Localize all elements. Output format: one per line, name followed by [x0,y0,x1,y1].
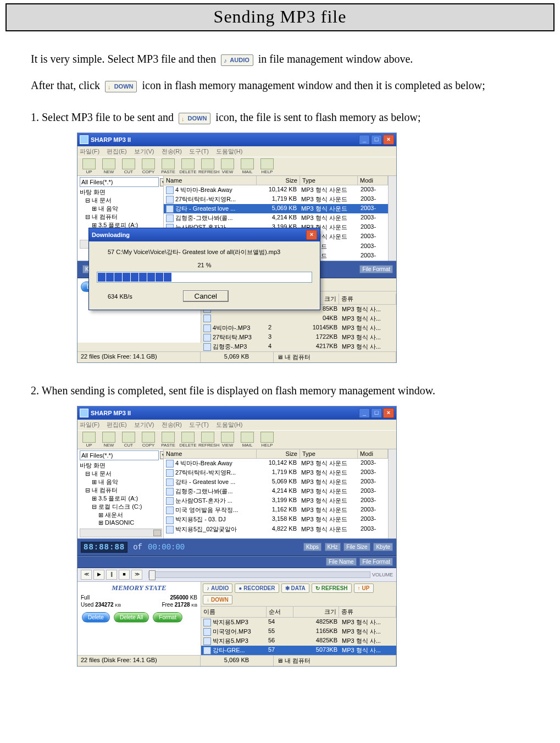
menu-item[interactable]: 전송(R) [162,421,182,428]
tree-node[interactable]: ⊟ 내 문서 [80,470,162,478]
memory-row[interactable]: 강타-GRE...575073KBMP3 형식 사... [201,646,396,655]
volume-slider[interactable] [148,571,370,578]
file-row[interactable]: 박지용5집 - 03. DJ3,158 KBMP3 형식 사운드2003- [164,515,388,524]
mh-name[interactable]: 이름 [201,607,267,617]
menu-item[interactable]: 보기(V) [134,421,154,428]
maximize-button[interactable]: □ [371,135,382,145]
tree-node[interactable]: ⊞ 새운서 [80,511,162,519]
memory-row[interactable]: 김형중-.MP344217KBMP3 형식 사... [201,342,396,351]
toolbar-view[interactable]: VIEW [218,158,237,174]
toolbar-refresh[interactable]: REFRESH [198,158,217,174]
file-filter-input[interactable] [80,177,159,187]
col-name[interactable]: Name [164,176,257,185]
menu-item[interactable]: 편집(E) [107,421,127,428]
tree-node[interactable]: 바탕 화면 [80,461,162,470]
toolbar-mail[interactable]: MAIL [238,432,257,448]
transport-pause[interactable]: ‖ [106,570,117,580]
dialog-close-button[interactable]: × [306,230,317,240]
menu-item[interactable]: 보기(V) [134,148,154,155]
refresh-button[interactable]: ↻ REFRESH [312,584,352,593]
mh-ord[interactable]: 순서 [267,607,293,617]
memory-row[interactable]: 박지용5.MP3544825KBMP3 형식 사... [201,618,396,627]
file-row[interactable]: 4 빅마마-Break Away10,142 KBMP3 형식 사운드2003- [164,185,388,195]
col-mod[interactable]: Modi [358,176,388,185]
toolbar-copy[interactable]: COPY [139,432,158,448]
toolbar-new[interactable]: NEW [99,158,118,174]
memory-row[interactable]: 27탁터탁.MP331722KBMP3 형식 사... [201,333,396,342]
toolbar-paste[interactable]: PASTE [159,158,178,174]
toolbar-up[interactable]: UP [80,432,98,448]
maximize-button[interactable]: □ [371,408,382,418]
toolbar-copy[interactable]: COPY [139,158,158,174]
cancel-button[interactable]: Cancel [183,290,229,302]
up-button[interactable]: ↑ UP [354,584,374,593]
transport-prev[interactable]: ≪ [81,570,92,580]
minimize-button[interactable]: _ [359,408,370,418]
file-filter-input[interactable] [80,450,159,460]
toolbar-help[interactable]: HELP [258,158,276,174]
filelist-scrollbar[interactable] [388,176,396,261]
transport-stop[interactable]: ■ [119,570,130,580]
file-row[interactable]: 박지용5집_02얄궂알아4,822 KBMP3 형식 사운드2003- [164,525,388,534]
transport-play[interactable]: ▶ [93,570,104,580]
col-type[interactable]: Type [300,449,358,458]
minimize-button[interactable]: _ [359,135,370,145]
filter-dropdown-button[interactable]: ▾ [160,451,164,459]
menu-item[interactable]: 편집(E) [107,148,127,155]
toolbar-new[interactable]: NEW [99,432,118,448]
file-row[interactable]: 27탁터탁터-박지영R...1,719 KBMP3 형식 사운드2003- [164,468,388,477]
tree-node[interactable]: ⊞ 내 음악 [80,478,162,486]
down-button[interactable]: ↓ DOWN [203,595,232,604]
menu-item[interactable]: 도움말(H) [216,421,242,428]
file-row[interactable]: 강타 - Greatest love ...5,069 KBMP3 형식 사운드… [164,204,388,213]
tree-node[interactable]: ⊞ 내 음악 [80,205,162,213]
file-row[interactable]: 김형중-그랬나봐(콜...4,214 KBMP3 형식 사운드2003- [164,213,388,223]
toolbar-view[interactable]: VIEW [218,432,237,448]
col-type[interactable]: Type [300,176,358,185]
menu-item[interactable]: 도구(T) [189,148,209,155]
mh-size[interactable]: 크기 [293,607,339,617]
close-button[interactable]: × [383,135,394,145]
col-size[interactable]: Size [257,449,300,458]
col-mod[interactable]: Modi [358,449,388,458]
tree-node[interactable]: ⊞ 3.5 플로피 (A:) [80,494,162,503]
audio-tab[interactable]: ♪ AUDIO [203,584,232,593]
tree-node[interactable]: ⊞ DIASONIC [80,519,162,526]
toolbar-up[interactable]: UP [80,158,98,174]
filelist-scrollbar[interactable] [388,449,396,538]
menu-item[interactable]: 도움말(H) [216,148,242,155]
menu-item[interactable]: 파일(F) [80,148,99,155]
file-row[interactable]: 27탁터탁터-박지영R...1,719 KBMP3 형식 사운드2003- [164,195,388,204]
file-row[interactable]: 미국 영어발음 무작정...1,162 KBMP3 형식 사운드2003- [164,505,388,515]
toolbar-delete[interactable]: DELETE [179,432,197,448]
toolbar-refresh[interactable]: REFRESH [198,432,217,448]
file-row[interactable]: 강타 - Greatest love ...5,069 KBMP3 형식 사운드… [164,477,388,487]
memory-row[interactable]: 미국영어.MP3551165KBMP3 형식 사... [201,627,396,636]
toolbar-delete[interactable]: DELETE [179,158,197,174]
toolbar-mail[interactable]: MAIL [238,158,257,174]
folder-tree[interactable]: ▾ 바탕 화면 ⊟ 내 문서 ⊞ 내 음악 ⊟ 내 컴퓨터 ⊞ 3.5 플로피 … [77,449,164,538]
toolbar-help[interactable]: HELP [258,432,276,448]
tree-node[interactable]: 바탕 화면 [80,188,162,196]
toolbar-cut[interactable]: CUT [119,158,138,174]
memory-row[interactable]: 박지용5.MP3564825KBMP3 형식 사... [201,636,396,646]
tree-scrollbar[interactable] [80,529,162,537]
file-row[interactable]: 눈사람OST-혼자가 ...3,199 KBMP3 형식 사운드2003- [164,496,388,505]
filter-dropdown-button[interactable]: ▾ [160,178,164,186]
mh-kind[interactable]: 종류 [339,294,396,304]
file-row[interactable]: 4 빅마마-Break Away10,142 KBMP3 형식 사운드2003- [164,459,388,468]
tree-node[interactable]: ⊟ 로컬 디스크 (C:) [80,503,162,511]
menu-item[interactable]: 전송(R) [162,148,182,155]
tree-node[interactable]: ⊟ 내 컴퓨터 [80,486,162,494]
delete-button[interactable]: Delete [82,612,110,623]
mh-kind[interactable]: 종류 [339,607,396,617]
recorder-tab[interactable]: ● RECORDER [235,584,279,593]
memory-row[interactable]: 04KBMP3 형식 사... [201,314,396,323]
transport-next[interactable]: ≫ [131,570,142,580]
delete-all-button[interactable]: Delete All [114,612,149,623]
col-size[interactable]: Size [257,176,300,185]
toolbar-cut[interactable]: CUT [119,432,138,448]
format-button[interactable]: Format [153,612,182,623]
data-tab[interactable]: ✱ DATA [281,584,309,593]
tree-node[interactable]: ⊟ 내 컴퓨터 [80,213,162,221]
